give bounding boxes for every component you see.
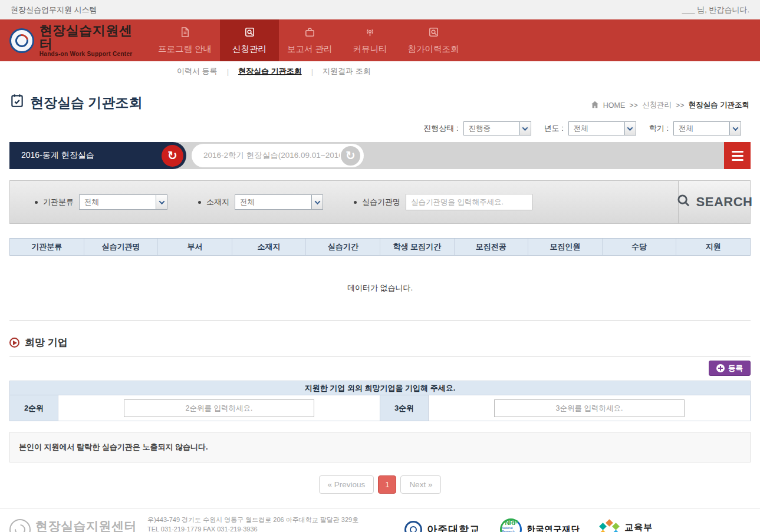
sub-navigation: 이력서 등록 | 현장실습 기관조회 | 지원결과 조회 bbox=[0, 61, 760, 81]
bullet-icon bbox=[35, 201, 38, 204]
column-header[interactable]: 부서 bbox=[158, 239, 232, 255]
nav-item-application-management[interactable]: 신청관리 bbox=[220, 19, 279, 61]
system-title: 현장실습업무지원 시스템 bbox=[11, 5, 97, 15]
filter-year-select[interactable]: 전체 bbox=[568, 121, 636, 136]
plus-circle-icon bbox=[716, 364, 725, 372]
page-header: 현장실습 기관조회 HOME >> 신청관리 >> 현장실습 기관조회 bbox=[9, 93, 749, 112]
address-line: 우)443-749 경기도 수원시 영통구 월드컵로 206 아주대학교 팔달관… bbox=[147, 515, 358, 525]
refresh-icon[interactable] bbox=[340, 145, 361, 167]
current-page-button[interactable]: 1 bbox=[378, 475, 396, 494]
column-header[interactable]: 지원 bbox=[676, 239, 750, 255]
footer-logo: 현장실습지원센터 Hands-on Work Support Center bbox=[9, 519, 137, 532]
wish-table-row: 2순위 3순위 bbox=[10, 395, 750, 421]
column-header[interactable]: 소재지 bbox=[232, 239, 307, 255]
column-header[interactable]: 기관분류 bbox=[10, 239, 84, 255]
wish-company-table: 지원한 기업 외의 희망기업을 기입해 주세요. 2순위 3순위 bbox=[9, 381, 751, 421]
previous-page-button[interactable]: « Previous bbox=[319, 475, 374, 494]
register-button[interactable]: 등록 bbox=[709, 361, 751, 376]
breadcrumb-current: 현장실습 기관조회 bbox=[689, 100, 749, 110]
footer-emblem-icon bbox=[9, 519, 31, 532]
nav-item-community[interactable]: 커뮤니티 bbox=[341, 19, 400, 61]
rank3-input[interactable] bbox=[494, 399, 685, 417]
search-field-location: 소재지 전체 bbox=[198, 194, 323, 210]
search-button[interactable]: SEARCH bbox=[678, 181, 750, 223]
search-field-institution-name: 실습기관명 bbox=[354, 194, 532, 210]
breadcrumb-home[interactable]: HOME bbox=[603, 101, 626, 110]
column-header[interactable]: 학생 모집기간 bbox=[380, 239, 455, 255]
nav-menu: 프로그램 안내 신청관리 보고서 관리 커뮤니티 참가이력조회 bbox=[150, 19, 468, 61]
chevron-down-icon bbox=[311, 195, 323, 209]
rank3-label: 3순위 bbox=[380, 395, 429, 421]
broadcast-icon bbox=[364, 27, 376, 39]
breadcrumb: HOME >> 신청관리 >> 현장실습 기관조회 bbox=[591, 100, 749, 112]
bullet-icon bbox=[354, 201, 357, 204]
wish-section-header: 희망 기업 bbox=[9, 336, 751, 356]
briefcase-icon bbox=[304, 27, 315, 39]
exclusion-note: 본인이 지원에서 탈락한 실습기관은 노출되지 않습니다. bbox=[9, 432, 751, 462]
logo-subtitle: Hands-on Work Support Center bbox=[40, 51, 145, 57]
hamburger-menu-button[interactable] bbox=[724, 142, 751, 169]
ajou-university-logo: 아주대학교 bbox=[404, 521, 480, 532]
tab-fall-program[interactable]: 2016-2학기 현장실습(2016.09.01~2016.… bbox=[192, 144, 364, 167]
site-logo[interactable]: 현장실습지원센터 Hands-on Work Support Center bbox=[0, 19, 145, 61]
chevron-down-icon bbox=[729, 122, 741, 135]
pagination: « Previous 1 Next » bbox=[0, 475, 760, 494]
breadcrumb-parent[interactable]: 신청관리 bbox=[642, 100, 672, 110]
filter-semester-select[interactable]: 전체 bbox=[673, 121, 741, 136]
university-emblem-icon bbox=[9, 28, 34, 53]
institution-name-input[interactable] bbox=[406, 194, 532, 210]
location-select[interactable]: 전체 bbox=[235, 194, 323, 210]
column-header[interactable]: 수당 bbox=[603, 239, 677, 255]
next-page-button[interactable]: Next » bbox=[400, 475, 441, 494]
column-header[interactable]: 실습기관명 bbox=[84, 239, 159, 255]
ministry-of-education-logo: 교육부 Ministry of Education bbox=[600, 520, 657, 532]
clipboard-check-icon bbox=[9, 93, 25, 112]
category-select[interactable]: 전체 bbox=[79, 194, 167, 210]
user-greeting: ___ 님, 반갑습니다. bbox=[682, 5, 749, 15]
chevron-down-icon bbox=[519, 122, 531, 135]
nrf-logo: NRF National Research Foundation of Kore… bbox=[500, 518, 580, 532]
ajou-emblem-icon bbox=[404, 521, 422, 532]
filter-semester-label: 학기 : bbox=[649, 123, 669, 134]
main-navigation: 현장실습지원센터 Hands-on Work Support Center 프로… bbox=[0, 19, 760, 61]
bullet-icon bbox=[198, 201, 201, 204]
subnav-separator: | bbox=[311, 67, 313, 76]
column-header[interactable]: 모집인원 bbox=[528, 239, 603, 255]
home-icon bbox=[591, 101, 599, 110]
wish-table-header: 지원한 기업 외의 희망기업을 기입해 주세요. bbox=[10, 381, 750, 395]
filter-status-select[interactable]: 진행중 bbox=[463, 121, 531, 136]
search-field-category: 기관분류 전체 bbox=[35, 194, 167, 210]
refresh-icon[interactable] bbox=[162, 145, 183, 167]
program-tab-bar: 2016-동계 현장실습 2016-2학기 현장실습(2016.09.01~20… bbox=[9, 142, 751, 169]
subnav-item-application-result[interactable]: 지원결과 조회 bbox=[323, 66, 371, 77]
top-utility-bar: 현장실습업무지원 시스템 ___ 님, 반갑습니다. bbox=[0, 0, 760, 19]
table-header-row: 기관분류 실습기관명 부서 소재지 실습기간 학생 모집기간 모집전공 모집인원… bbox=[9, 238, 751, 256]
chevron-down-icon bbox=[156, 195, 167, 209]
search-icon bbox=[676, 193, 691, 212]
status-filter-row: 진행상태 : 진행중 년도 : 전체 학기 : 전체 bbox=[0, 121, 741, 136]
partner-logos: 아주대학교 NRF National Research Foundation o… bbox=[404, 518, 657, 532]
subnav-separator: | bbox=[227, 67, 229, 76]
page-footer: 현장실습지원센터 Hands-on Work Support Center 우)… bbox=[0, 508, 760, 532]
page-title: 현장실습 기관조회 bbox=[9, 93, 142, 112]
rank2-label: 2순위 bbox=[10, 395, 58, 421]
rank2-input[interactable] bbox=[124, 399, 314, 417]
search-doc-icon bbox=[428, 27, 439, 39]
search-doc-icon bbox=[244, 27, 255, 39]
column-header[interactable]: 실습기간 bbox=[306, 239, 380, 255]
subnav-item-institution-search[interactable]: 현장실습 기관조회 bbox=[238, 66, 302, 77]
register-row: 등록 bbox=[9, 361, 751, 376]
wish-section-title: 희망 기업 bbox=[25, 336, 68, 349]
document-icon bbox=[179, 27, 190, 39]
tab-winter-program[interactable]: 2016-동계 현장실습 bbox=[9, 142, 186, 169]
column-header[interactable]: 모집전공 bbox=[455, 239, 529, 255]
nav-item-program-guide[interactable]: 프로그램 안내 bbox=[150, 19, 220, 61]
empty-table-message: 데이터가 없습니다. bbox=[9, 256, 751, 320]
nav-item-participation-history[interactable]: 참가이력조회 bbox=[400, 19, 468, 61]
institution-results-table: 기관분류 실습기관명 부서 소재지 실습기간 학생 모집기간 모집전공 모집인원… bbox=[9, 238, 751, 320]
subnav-item-resume[interactable]: 이력서 등록 bbox=[177, 66, 218, 77]
play-circle-icon bbox=[9, 338, 19, 348]
chevron-down-icon bbox=[624, 122, 636, 135]
logo-title: 현장실습지원센터 bbox=[40, 24, 145, 51]
nav-item-report-management[interactable]: 보고서 관리 bbox=[279, 19, 341, 61]
